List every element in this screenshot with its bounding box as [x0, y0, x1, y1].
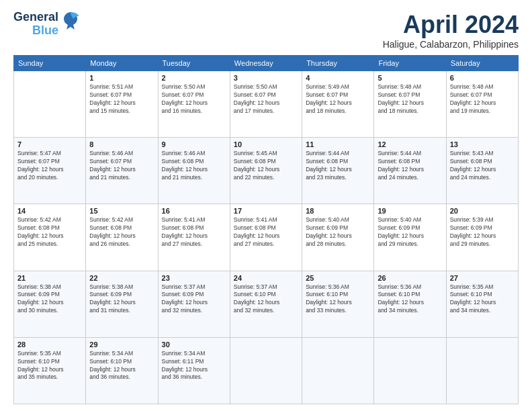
header-tuesday: Tuesday [158, 56, 230, 71]
day-number: 2 [162, 74, 226, 82]
header-thursday: Thursday [302, 56, 374, 71]
day-info: Sunrise: 5:45 AM Sunset: 6:08 PM Dayligh… [234, 150, 298, 182]
day-cell: 7Sunrise: 5:47 AM Sunset: 6:07 PM Daylig… [14, 138, 86, 204]
calendar-title: April 2024 [383, 11, 519, 39]
day-info: Sunrise: 5:42 AM Sunset: 6:08 PM Dayligh… [17, 216, 82, 248]
day-cell: 17Sunrise: 5:41 AM Sunset: 6:08 PM Dayli… [230, 204, 302, 271]
day-cell: 22Sunrise: 5:38 AM Sunset: 6:09 PM Dayli… [86, 271, 158, 337]
day-info: Sunrise: 5:37 AM Sunset: 6:10 PM Dayligh… [234, 283, 298, 316]
header: General Blue April 2024 Haligue, Calabar… [13, 11, 519, 50]
day-cell: 15Sunrise: 5:42 AM Sunset: 6:08 PM Dayli… [86, 204, 158, 271]
day-number: 17 [234, 207, 298, 215]
calendar-table: SundayMondayTuesdayWednesdayThursdayFrid… [13, 55, 519, 404]
day-info: Sunrise: 5:34 AM Sunset: 6:11 PM Dayligh… [162, 350, 226, 382]
day-info: Sunrise: 5:47 AM Sunset: 6:07 PM Dayligh… [17, 150, 82, 182]
logo-bird-icon [61, 11, 80, 35]
day-number: 19 [378, 207, 442, 215]
day-cell: 19Sunrise: 5:40 AM Sunset: 6:09 PM Dayli… [374, 204, 446, 271]
day-number: 8 [89, 140, 154, 148]
day-cell: 8Sunrise: 5:46 AM Sunset: 6:07 PM Daylig… [86, 138, 158, 204]
day-cell: 30Sunrise: 5:34 AM Sunset: 6:11 PM Dayli… [158, 337, 230, 404]
day-number: 15 [89, 207, 154, 215]
day-number: 11 [306, 140, 370, 148]
header-sunday: Sunday [14, 56, 86, 71]
header-monday: Monday [86, 56, 158, 71]
day-number: 7 [17, 140, 82, 148]
day-number: 28 [17, 340, 82, 349]
day-cell: 16Sunrise: 5:41 AM Sunset: 6:08 PM Dayli… [158, 204, 230, 271]
day-number: 22 [89, 274, 154, 282]
header-row: SundayMondayTuesdayWednesdayThursdayFrid… [14, 56, 519, 71]
day-info: Sunrise: 5:44 AM Sunset: 6:08 PM Dayligh… [306, 150, 370, 182]
day-number: 5 [378, 74, 442, 82]
day-number: 26 [378, 274, 442, 282]
day-cell: 6Sunrise: 5:48 AM Sunset: 6:07 PM Daylig… [446, 71, 518, 138]
day-number: 1 [89, 74, 154, 82]
day-cell: 4Sunrise: 5:49 AM Sunset: 6:07 PM Daylig… [302, 71, 374, 138]
week-row-4: 21Sunrise: 5:38 AM Sunset: 6:09 PM Dayli… [14, 271, 519, 337]
calendar-subtitle: Haligue, Calabarzon, Philippines [383, 39, 519, 50]
day-info: Sunrise: 5:41 AM Sunset: 6:08 PM Dayligh… [234, 216, 298, 248]
day-cell: 27Sunrise: 5:35 AM Sunset: 6:10 PM Dayli… [446, 271, 518, 337]
day-cell: 14Sunrise: 5:42 AM Sunset: 6:08 PM Dayli… [14, 204, 86, 271]
day-info: Sunrise: 5:40 AM Sunset: 6:09 PM Dayligh… [378, 216, 442, 248]
day-number: 29 [89, 340, 154, 349]
day-number: 21 [17, 274, 82, 282]
day-number: 27 [450, 274, 515, 282]
day-number: 4 [306, 74, 370, 82]
day-info: Sunrise: 5:49 AM Sunset: 6:07 PM Dayligh… [306, 83, 370, 116]
day-cell: 3Sunrise: 5:50 AM Sunset: 6:07 PM Daylig… [230, 71, 302, 138]
day-number: 14 [17, 207, 82, 215]
day-info: Sunrise: 5:46 AM Sunset: 6:07 PM Dayligh… [89, 150, 154, 182]
day-number: 20 [450, 207, 515, 215]
header-saturday: Saturday [446, 56, 518, 71]
day-info: Sunrise: 5:48 AM Sunset: 6:07 PM Dayligh… [450, 83, 515, 116]
day-number: 10 [234, 140, 298, 148]
day-cell [446, 337, 518, 404]
day-number: 3 [234, 74, 298, 82]
day-cell: 10Sunrise: 5:45 AM Sunset: 6:08 PM Dayli… [230, 138, 302, 204]
day-cell: 9Sunrise: 5:46 AM Sunset: 6:08 PM Daylig… [158, 138, 230, 204]
day-number: 9 [162, 140, 226, 148]
day-cell: 25Sunrise: 5:36 AM Sunset: 6:10 PM Dayli… [302, 271, 374, 337]
week-row-1: 1Sunrise: 5:51 AM Sunset: 6:07 PM Daylig… [14, 71, 519, 138]
logo-text-blue: Blue [32, 24, 58, 38]
header-friday: Friday [374, 56, 446, 71]
day-cell [14, 71, 86, 138]
logo: General Blue [13, 11, 80, 38]
day-info: Sunrise: 5:41 AM Sunset: 6:08 PM Dayligh… [162, 216, 226, 248]
day-cell: 23Sunrise: 5:37 AM Sunset: 6:09 PM Dayli… [158, 271, 230, 337]
week-row-3: 14Sunrise: 5:42 AM Sunset: 6:08 PM Dayli… [14, 204, 519, 271]
header-wednesday: Wednesday [230, 56, 302, 71]
day-number: 12 [378, 140, 442, 148]
day-cell: 5Sunrise: 5:48 AM Sunset: 6:07 PM Daylig… [374, 71, 446, 138]
day-info: Sunrise: 5:35 AM Sunset: 6:10 PM Dayligh… [450, 283, 515, 316]
logo-text-general: General [13, 11, 58, 24]
day-number: 18 [306, 207, 370, 215]
day-number: 30 [162, 340, 226, 349]
day-cell: 2Sunrise: 5:50 AM Sunset: 6:07 PM Daylig… [158, 71, 230, 138]
day-info: Sunrise: 5:36 AM Sunset: 6:10 PM Dayligh… [378, 283, 442, 316]
day-number: 13 [450, 140, 515, 148]
day-cell: 13Sunrise: 5:43 AM Sunset: 6:08 PM Dayli… [446, 138, 518, 204]
day-cell [374, 337, 446, 404]
day-cell: 18Sunrise: 5:40 AM Sunset: 6:09 PM Dayli… [302, 204, 374, 271]
day-info: Sunrise: 5:48 AM Sunset: 6:07 PM Dayligh… [378, 83, 442, 116]
day-number: 25 [306, 274, 370, 282]
day-cell: 12Sunrise: 5:44 AM Sunset: 6:08 PM Dayli… [374, 138, 446, 204]
day-cell [302, 337, 374, 404]
day-cell: 20Sunrise: 5:39 AM Sunset: 6:09 PM Dayli… [446, 204, 518, 271]
day-info: Sunrise: 5:50 AM Sunset: 6:07 PM Dayligh… [234, 83, 298, 116]
day-number: 24 [234, 274, 298, 282]
week-row-2: 7Sunrise: 5:47 AM Sunset: 6:07 PM Daylig… [14, 138, 519, 204]
day-cell: 24Sunrise: 5:37 AM Sunset: 6:10 PM Dayli… [230, 271, 302, 337]
day-info: Sunrise: 5:44 AM Sunset: 6:08 PM Dayligh… [378, 150, 442, 182]
day-info: Sunrise: 5:36 AM Sunset: 6:10 PM Dayligh… [306, 283, 370, 316]
day-info: Sunrise: 5:43 AM Sunset: 6:08 PM Dayligh… [450, 150, 515, 182]
day-cell: 11Sunrise: 5:44 AM Sunset: 6:08 PM Dayli… [302, 138, 374, 204]
day-info: Sunrise: 5:38 AM Sunset: 6:09 PM Dayligh… [17, 283, 82, 316]
day-info: Sunrise: 5:51 AM Sunset: 6:07 PM Dayligh… [89, 83, 154, 116]
day-number: 23 [162, 274, 226, 282]
day-info: Sunrise: 5:38 AM Sunset: 6:09 PM Dayligh… [89, 283, 154, 316]
day-cell: 29Sunrise: 5:34 AM Sunset: 6:10 PM Dayli… [86, 337, 158, 404]
